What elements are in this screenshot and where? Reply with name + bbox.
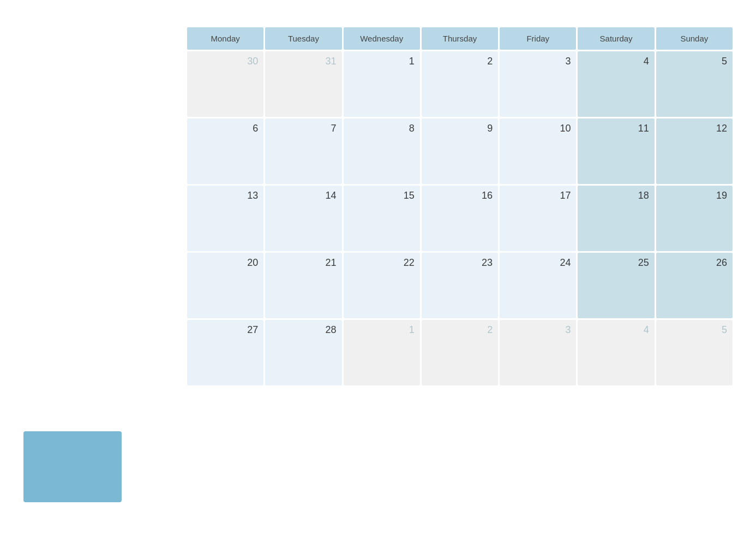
day-number: 19 [716,190,727,201]
day-number: 6 [253,123,258,134]
day-number: 1 [409,56,415,67]
day-cell-w4-d1[interactable]: 20 [187,253,263,318]
day-cell-w1-d3[interactable]: 1 [344,51,420,117]
day-cell-w2-d2[interactable]: 7 [265,118,341,184]
day-number: 14 [326,190,337,201]
day-number: 10 [560,123,571,134]
day-number: 27 [247,324,258,336]
day-number: 7 [331,123,337,134]
day-cell-w5-d2[interactable]: 28 [265,320,341,385]
day-number: 13 [247,190,258,201]
day-cell-w1-d1[interactable]: 30 [187,51,263,117]
day-number: 9 [487,123,493,134]
day-number: 26 [716,257,727,269]
day-cell-w5-d7[interactable]: 5 [656,320,733,385]
header-cell-friday: Friday [500,27,576,50]
day-cell-w3-d6[interactable]: 18 [578,186,654,251]
day-cell-w2-d7[interactable]: 12 [656,118,733,184]
day-cell-w1-d7[interactable]: 5 [656,51,733,117]
day-number: 22 [404,257,415,269]
day-cell-w2-d5[interactable]: 10 [500,118,576,184]
day-number: 4 [644,324,649,336]
day-cell-w3-d4[interactable]: 16 [422,186,498,251]
day-cell-w5-d1[interactable]: 27 [187,320,263,385]
day-cell-w1-d6[interactable]: 4 [578,51,654,117]
day-number: 11 [638,123,649,134]
day-cell-w2-d3[interactable]: 8 [344,118,420,184]
day-number: 17 [560,190,571,201]
day-cell-w2-d1[interactable]: 6 [187,118,263,184]
day-number: 28 [326,324,337,336]
day-cell-w4-d6[interactable]: 25 [578,253,654,318]
day-cell-w1-d2[interactable]: 31 [265,51,341,117]
day-cell-w2-d4[interactable]: 9 [422,118,498,184]
day-number: 5 [722,56,727,67]
day-number: 16 [482,190,493,201]
day-number: 2 [487,324,493,336]
day-cell-w1-d5[interactable]: 3 [500,51,576,117]
day-cell-w4-d3[interactable]: 22 [344,253,420,318]
day-number: 5 [722,324,727,336]
day-cell-w4-d7[interactable]: 26 [656,253,733,318]
day-cell-w3-d5[interactable]: 17 [500,186,576,251]
calendar-container: MondayTuesdayWednesdayThursdayFridaySatu… [23,27,733,508]
month-badge [23,431,122,502]
day-number: 12 [716,123,727,134]
header-cell-monday: Monday [187,27,263,50]
day-number: 23 [482,257,493,269]
calendar-grid: MondayTuesdayWednesdayThursdayFridaySatu… [187,27,733,385]
day-number: 24 [560,257,571,269]
day-number: 18 [638,190,649,201]
header-cell-thursday: Thursday [422,27,498,50]
day-number: 21 [326,257,337,269]
day-cell-w5-d5[interactable]: 3 [500,320,576,385]
header-cell-sunday: Sunday [656,27,733,50]
day-number: 31 [326,56,337,67]
week-row-3: 13141516171819 [187,186,733,251]
day-number: 1 [409,324,415,336]
day-number: 4 [644,56,649,67]
day-number: 2 [487,56,493,67]
day-cell-w4-d2[interactable]: 21 [265,253,341,318]
day-number: 15 [404,190,415,201]
week-row-2: 6789101112 [187,118,733,184]
header-cell-wednesday: Wednesday [344,27,420,50]
week-row-1: 303112345 [187,51,733,117]
day-number: 8 [409,123,415,134]
week-row-4: 20212223242526 [187,253,733,318]
header-cell-saturday: Saturday [578,27,654,50]
day-number: 30 [247,56,258,67]
day-cell-w4-d4[interactable]: 23 [422,253,498,318]
day-cell-w5-d3[interactable]: 1 [344,320,420,385]
month-year-block [23,27,187,38]
left-panel [23,27,187,508]
week-row-5: 272812345 [187,320,733,385]
header-cell-tuesday: Tuesday [265,27,341,50]
day-cell-w5-d4[interactable]: 2 [422,320,498,385]
day-number: 3 [565,56,571,67]
day-cell-w3-d1[interactable]: 13 [187,186,263,251]
day-cell-w2-d6[interactable]: 11 [578,118,654,184]
weekday-header-row: MondayTuesdayWednesdayThursdayFridaySatu… [187,27,733,50]
day-cell-w3-d7[interactable]: 19 [656,186,733,251]
day-number: 25 [638,257,649,269]
day-cell-w1-d4[interactable]: 2 [422,51,498,117]
day-cell-w3-d2[interactable]: 14 [265,186,341,251]
day-cell-w5-d6[interactable]: 4 [578,320,654,385]
day-number: 20 [247,257,258,269]
day-number: 3 [565,324,571,336]
day-cell-w4-d5[interactable]: 24 [500,253,576,318]
day-cell-w3-d3[interactable]: 15 [344,186,420,251]
